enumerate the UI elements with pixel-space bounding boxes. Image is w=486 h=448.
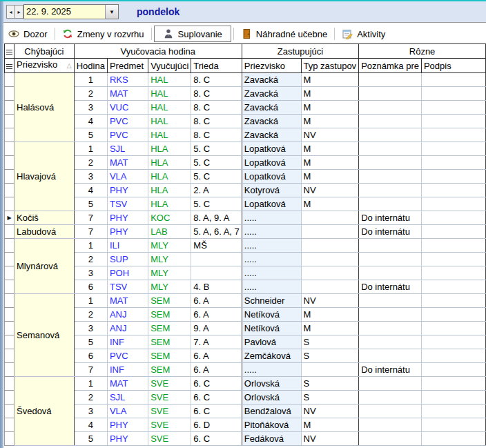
lesson-cell[interactable]: 4 (74, 115, 107, 128)
subject-cell[interactable]: PVC (107, 349, 148, 363)
row-selector[interactable] (5, 405, 14, 418)
signature-cell[interactable] (421, 128, 485, 142)
teacher-cell[interactable]: HLA (148, 197, 191, 211)
substitute-cell[interactable]: Netíková (242, 308, 301, 322)
row-selector[interactable] (5, 363, 14, 377)
substitution-type-cell[interactable]: NV (301, 405, 359, 418)
class-cell[interactable]: 5. C (191, 197, 242, 211)
class-cell[interactable]: 8. C (191, 73, 242, 87)
substitution-type-cell[interactable]: M (301, 308, 359, 322)
substitute-cell[interactable]: Orlovská (242, 377, 301, 391)
substitute-cell[interactable]: Zavacká (242, 73, 301, 87)
substitution-type-cell[interactable]: M (301, 101, 359, 115)
teacher-cell[interactable]: KOC (148, 211, 191, 225)
substitution-type-cell[interactable]: M (301, 115, 359, 128)
missing-teacher-cell[interactable]: Kočiš (14, 211, 75, 225)
subject-cell[interactable]: VLA (107, 170, 148, 184)
class-cell[interactable]: 8. C (191, 87, 242, 101)
lesson-cell[interactable]: 1 (74, 294, 107, 308)
teacher-cell[interactable]: SVE (148, 377, 191, 391)
column-header-typ[interactable]: Typ zastupov (301, 59, 359, 73)
row-selector[interactable] (5, 170, 14, 184)
subject-cell[interactable]: ANJ (107, 322, 148, 335)
signature-cell[interactable] (421, 225, 485, 239)
substitute-cell[interactable]: Pitoňáková (242, 418, 301, 432)
signature-cell[interactable] (421, 115, 485, 128)
substitution-type-cell[interactable]: NV (301, 184, 359, 197)
signature-cell[interactable] (421, 253, 485, 266)
subject-cell[interactable]: TSV (107, 197, 148, 211)
teacher-cell[interactable]: SVE (148, 418, 191, 432)
lesson-cell[interactable]: 7 (74, 363, 107, 377)
lesson-cell[interactable]: 1 (74, 377, 107, 391)
row-selector[interactable] (5, 349, 14, 363)
class-cell[interactable]: 4. B (191, 280, 242, 294)
class-cell[interactable]: MŠ (191, 239, 242, 253)
column-header-predmet[interactable]: Predmet (107, 59, 148, 73)
note-cell[interactable] (359, 115, 422, 128)
signature-cell[interactable] (421, 266, 485, 280)
signature-cell[interactable] (421, 405, 485, 418)
row-selector[interactable] (5, 184, 14, 197)
class-cell[interactable]: 6. A (191, 294, 242, 308)
substitution-type-cell[interactable]: S (301, 335, 359, 349)
lesson-cell[interactable]: 6 (74, 280, 107, 294)
subject-cell[interactable]: PHY (107, 211, 148, 225)
subject-cell[interactable]: PHY (107, 432, 148, 446)
lesson-cell[interactable]: 3 (74, 405, 107, 418)
substitution-type-cell[interactable]: M (301, 197, 359, 211)
teacher-cell[interactable]: HAL (148, 87, 191, 101)
lesson-cell[interactable]: 7 (74, 211, 107, 225)
substitute-cell[interactable]: Zavacká (242, 128, 301, 142)
note-cell[interactable] (359, 253, 422, 266)
note-cell[interactable] (359, 142, 422, 156)
lesson-cell[interactable]: 4 (74, 184, 107, 197)
current-row-marker[interactable]: ▶ (5, 211, 14, 225)
substitution-type-cell[interactable]: M (301, 73, 359, 87)
row-selector[interactable] (5, 101, 14, 115)
lesson-cell[interactable]: 2 (74, 156, 107, 170)
subject-cell[interactable]: ANJ (107, 308, 148, 322)
substitute-cell[interactable]: ..... (242, 280, 301, 294)
note-cell[interactable] (359, 101, 422, 115)
note-cell[interactable]: Do internátu (359, 363, 422, 377)
substitution-type-cell[interactable] (301, 363, 359, 377)
row-selector[interactable] (5, 239, 14, 253)
substitute-cell[interactable]: ..... (242, 266, 301, 280)
subject-cell[interactable]: SJL (107, 142, 148, 156)
signature-cell[interactable] (421, 294, 485, 308)
note-cell[interactable] (359, 391, 422, 405)
subject-cell[interactable]: TSV (107, 280, 148, 294)
note-cell[interactable] (359, 432, 422, 446)
row-selector[interactable] (5, 115, 14, 128)
signature-cell[interactable] (421, 280, 485, 294)
subject-cell[interactable]: MAT (107, 156, 148, 170)
signature-cell[interactable] (421, 87, 485, 101)
substitution-type-cell[interactable]: M (301, 418, 359, 432)
teacher-cell[interactable]: HLA (148, 184, 191, 197)
substitute-cell[interactable]: Zavacká (242, 87, 301, 101)
row-selector[interactable] (5, 418, 14, 432)
substitute-cell[interactable]: Bendžalová (242, 405, 301, 418)
teacher-cell[interactable]: MLY (148, 266, 191, 280)
note-cell[interactable] (359, 405, 422, 418)
note-cell[interactable] (359, 294, 422, 308)
substitute-cell[interactable]: Kotyrová (242, 184, 301, 197)
signature-cell[interactable] (421, 239, 485, 253)
tab-dozor[interactable]: Dozor (3, 26, 52, 41)
subject-cell[interactable]: INF (107, 363, 148, 377)
class-cell[interactable]: 6. C (191, 377, 242, 391)
lesson-cell[interactable]: 5 (74, 432, 107, 446)
substitute-cell[interactable]: Lopatková (242, 197, 301, 211)
note-cell[interactable] (359, 377, 422, 391)
row-selector[interactable] (5, 280, 14, 294)
signature-cell[interactable] (421, 432, 485, 446)
missing-teacher-cell[interactable]: Hlavajová (14, 142, 75, 211)
lesson-cell[interactable]: 1 (74, 239, 107, 253)
signature-cell[interactable] (421, 322, 485, 335)
class-cell[interactable]: 6. C (191, 432, 242, 446)
signature-cell[interactable] (421, 308, 485, 322)
class-cell[interactable]: 8. C (191, 128, 242, 142)
substitution-type-cell[interactable] (301, 266, 359, 280)
note-cell[interactable] (359, 349, 422, 363)
